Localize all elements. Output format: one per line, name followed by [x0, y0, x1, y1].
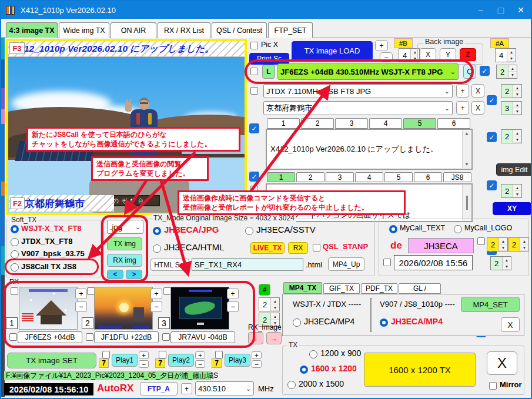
play2-button[interactable]: Play2 — [168, 354, 194, 367]
tab-43-image-tx[interactable]: 4:3 image TX — [6, 22, 58, 38]
play3-minus-button[interactable]: − — [252, 360, 262, 368]
memoA-tab-5[interactable]: 5 — [403, 118, 436, 129]
memoA-checkbox[interactable] — [249, 172, 259, 182]
tab-wide-img-tx[interactable]: Wide img TX — [59, 22, 109, 38]
row1-checkbox[interactable] — [250, 68, 258, 75]
play1-checkbox[interactable] — [102, 351, 110, 358]
mp4-x-button[interactable]: X — [501, 317, 520, 332]
rx1-thumbnail[interactable] — [19, 287, 78, 330]
minimize-icon[interactable]: – — [471, 2, 491, 18]
tab-rx-list[interactable]: RX / RX List — [158, 22, 210, 38]
memoA-tab-4[interactable]: 4 — [369, 118, 402, 129]
xy-button[interactable]: XY — [493, 202, 531, 215]
load-minus-button[interactable]: − — [380, 52, 393, 62]
memoA-tab-1[interactable]: 1 — [267, 118, 300, 129]
play1-button[interactable]: Play1 — [112, 354, 138, 367]
load-plus-button[interactable]: + — [375, 40, 388, 51]
rx-button[interactable]: RX — [288, 242, 308, 254]
tx-image-set-button[interactable]: TX image SET — [7, 353, 96, 368]
rx1-plus-button[interactable]: + — [75, 289, 87, 299]
html-name-field[interactable]: SF_TX1_RX4 — [192, 258, 303, 271]
soft-tx-radio-v907[interactable] — [11, 250, 19, 259]
mycall-y-spinner[interactable]: 2▲▼ — [508, 237, 529, 252]
rx1-callsign[interactable]: JF6EZS +04dB — [18, 331, 82, 343]
row3-plus-button[interactable]: + — [456, 101, 469, 115]
memoB-tab-js8[interactable]: JS8 — [443, 172, 471, 182]
img-edit-button[interactable]: img Edit — [496, 163, 532, 176]
rx3-call-checkbox[interactable] — [162, 333, 170, 341]
mp4-set-button[interactable]: MP4_SET — [461, 297, 520, 312]
row1-q-button[interactable]: Q — [463, 65, 476, 79]
play1-count[interactable]: 7 — [99, 358, 109, 368]
row2-checkbox[interactable] — [250, 87, 258, 95]
next-image-button[interactable]: > — [126, 270, 142, 279]
row2-plus-button[interactable]: + — [456, 84, 469, 98]
datetime-checkbox[interactable] — [383, 259, 391, 266]
tx-1600-button[interactable]: 1600 x 1200 TX — [364, 353, 476, 387]
tx-x-button[interactable]: X — [487, 351, 517, 375]
row3-enable-checkbox[interactable] — [487, 132, 497, 142]
mp4-tab-mp4tx[interactable]: MP4_TX — [283, 282, 322, 294]
ftp-a-button[interactable]: FTP_A — [140, 382, 178, 395]
play2-count[interactable]: 7 — [155, 358, 165, 368]
play2-checkbox[interactable] — [159, 351, 166, 358]
datetime-field[interactable]: 2026/02/08 15:56 — [394, 255, 473, 270]
mp4-up-button[interactable]: MP4_Up — [328, 257, 364, 271]
rx3-thumbnail[interactable] — [170, 287, 229, 330]
row3-image-combo[interactable]: 京都府舞鶴市⌄ — [263, 101, 453, 115]
qsl-stanp-checkbox[interactable] — [313, 244, 320, 252]
memoA-textarea[interactable]: X412_1010p Ver2026.02.10 にアップしました。 ▲▼ — [266, 129, 473, 170]
rx2-call-checkbox[interactable] — [86, 333, 93, 341]
datetime-count-spinner[interactable]: 2▲▼ — [490, 256, 511, 270]
memoA-tab-3[interactable]: 3 — [335, 118, 368, 129]
rx2-plus-button[interactable]: + — [150, 289, 162, 299]
memoB-count-spinner[interactable]: 2▲▼ — [501, 184, 522, 198]
print-sc-button[interactable]: Print Sc — [249, 53, 289, 65]
back-x-button[interactable]: X — [420, 48, 436, 61]
memoB-tab-2[interactable]: 2 — [296, 172, 324, 182]
play3-count[interactable]: 7 — [212, 358, 222, 368]
rx3-callsign[interactable]: JR7AVU -04dB — [170, 331, 235, 343]
rx3-plus-button[interactable]: + — [227, 289, 239, 299]
rx-img-button[interactable]: RX img — [107, 254, 142, 267]
rx-right-arrow-button[interactable]: → — [266, 332, 282, 344]
back-z-button[interactable]: Z — [460, 48, 476, 61]
mycall-text-radio[interactable] — [389, 225, 397, 233]
row3-x-button[interactable]: X — [471, 101, 484, 115]
mp4-radio-right[interactable] — [380, 318, 388, 327]
row2-enable-checkbox[interactable] — [487, 95, 497, 105]
mp4-radio-left[interactable] — [293, 318, 301, 327]
frequency-combo[interactable]: 430.510⌄ — [195, 381, 254, 395]
back-y-button[interactable]: Y — [440, 48, 456, 61]
play3-checkbox[interactable] — [215, 351, 223, 358]
txmode-radio-html[interactable] — [153, 244, 161, 253]
size-radio-1200[interactable] — [309, 350, 317, 358]
rx1-minus-button[interactable]: − — [75, 301, 87, 312]
txmode-radio-jpg[interactable] — [153, 227, 161, 235]
soft-tx-radio-js8call[interactable] — [11, 263, 19, 271]
tx-image-load-button[interactable]: TX image LOAD — [292, 41, 373, 61]
rx2-callsign[interactable]: JF1DFU +22dB — [94, 331, 159, 343]
row2-x-button[interactable]: X — [471, 84, 484, 98]
rx-hash-button[interactable]: # — [259, 284, 270, 296]
memoB-tab-6[interactable]: 6 — [414, 172, 442, 182]
mycall-field[interactable]: JH3ECA — [408, 238, 474, 253]
freq-plus-button[interactable]: + — [181, 383, 192, 394]
rx-down-arrow-button[interactable]: ↓ — [248, 332, 263, 344]
row1-image-combo[interactable]: JF6EZS +04dB 430.510MHz WSJT-X FT8 JPG⌄ — [277, 63, 459, 80]
play3-button[interactable]: Play3 — [225, 354, 250, 367]
play2-plus-button[interactable]: + — [195, 351, 205, 359]
txmode-radio-sstv[interactable] — [245, 227, 253, 235]
mycall-logo-radio[interactable] — [454, 225, 462, 233]
size-radio-1600[interactable] — [300, 366, 308, 374]
hash-a-spinner[interactable]: 4▲▼ — [495, 48, 516, 62]
image-format-combo[interactable]: .jpg⌄ — [107, 220, 143, 234]
row3-count-spinner[interactable]: 3▲▼ — [501, 101, 522, 115]
close-icon[interactable]: ✕ — [511, 2, 531, 18]
memoA-tab-6[interactable]: 6 — [437, 118, 470, 129]
prev-image-button[interactable]: < — [107, 270, 123, 279]
tx-img-button[interactable]: TX img — [107, 237, 142, 250]
memoA-enable-checkbox[interactable] — [487, 180, 497, 190]
rx1-call-checkbox[interactable] — [9, 333, 17, 341]
memoB-scrollbar[interactable] — [462, 185, 471, 220]
